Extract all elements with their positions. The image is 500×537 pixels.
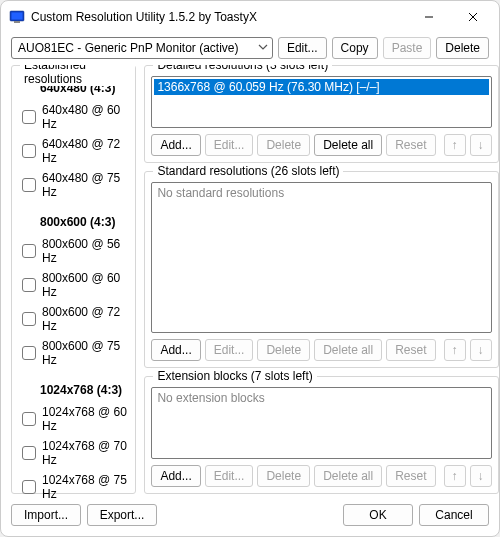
resolution-label: 1024x768 @ 60 Hz: [42, 405, 129, 433]
resolution-label: 640x480 @ 72 Hz: [42, 137, 129, 165]
paste-button[interactable]: Paste: [383, 37, 432, 59]
standard-reset-button[interactable]: Reset: [386, 339, 435, 361]
detailed-list[interactable]: 1366x768 @ 60.059 Hz (76.30 MHz) [–/–]: [151, 76, 491, 128]
resolution-item[interactable]: 640x480 @ 72 Hz: [18, 134, 129, 168]
app-icon: [9, 9, 25, 25]
arrow-down-icon: ↓: [478, 343, 484, 357]
resolution-item[interactable]: 1024x768 @ 60 Hz: [18, 402, 129, 436]
right-panel: Detailed resolutions (3 slots left) 1366…: [144, 65, 498, 494]
standard-delete-button[interactable]: Delete: [257, 339, 310, 361]
extension-toolbar: Add... Edit... Delete Delete all Reset ↑…: [151, 459, 491, 487]
resolution-checkbox[interactable]: [22, 412, 36, 426]
detailed-edit-button[interactable]: Edit...: [205, 134, 254, 156]
chevron-down-icon: [258, 42, 268, 54]
main-body: Established resolutions 640x480 (4:3)640…: [1, 65, 499, 498]
monitor-select[interactable]: AUO81EC - Generic PnP Monitor (active): [11, 37, 273, 59]
resolution-item[interactable]: 1024x768 @ 70 Hz: [18, 436, 129, 470]
resolution-checkbox[interactable]: [22, 278, 36, 292]
delete-monitor-button[interactable]: Delete: [436, 37, 489, 59]
resolution-item[interactable]: 800x600 @ 72 Hz: [18, 302, 129, 336]
window-controls: [407, 3, 495, 31]
extension-list[interactable]: No extension blocks: [151, 387, 491, 459]
detailed-reset-button[interactable]: Reset: [386, 134, 435, 156]
standard-placeholder: No standard resolutions: [157, 186, 284, 200]
resolution-checkbox[interactable]: [22, 110, 36, 124]
resolution-group-header: 800x600 (4:3): [18, 210, 129, 234]
resolution-label: 800x600 @ 56 Hz: [42, 237, 129, 265]
established-panel: Established resolutions 640x480 (4:3)640…: [11, 65, 136, 494]
detailed-delete-all-button[interactable]: Delete all: [314, 134, 382, 156]
resolution-item[interactable]: 640x480 @ 60 Hz: [18, 100, 129, 134]
resolution-label: 1024x768 @ 75 Hz: [42, 473, 129, 498]
extension-title: Extension blocks (7 slots left): [153, 369, 316, 383]
resolution-group-header: 1024x768 (4:3): [18, 378, 129, 402]
standard-section: Standard resolutions (26 slots left) No …: [144, 171, 498, 368]
detailed-title: Detailed resolutions (3 slots left): [153, 65, 332, 72]
extension-section: Extension blocks (7 slots left) No exten…: [144, 376, 498, 494]
resolution-checkbox[interactable]: [22, 346, 36, 360]
standard-list[interactable]: No standard resolutions: [151, 182, 491, 333]
detailed-move-down-button[interactable]: ↓: [470, 134, 492, 156]
extension-delete-all-button[interactable]: Delete all: [314, 465, 382, 487]
extension-delete-button[interactable]: Delete: [257, 465, 310, 487]
svg-rect-2: [14, 21, 20, 23]
extension-placeholder: No extension blocks: [157, 391, 264, 405]
resolution-label: 800x600 @ 75 Hz: [42, 339, 129, 367]
ok-button[interactable]: OK: [343, 504, 413, 526]
resolution-checkbox[interactable]: [22, 312, 36, 326]
arrow-up-icon: ↑: [452, 138, 458, 152]
resolution-item[interactable]: 1024x768 @ 75 Hz: [18, 470, 129, 498]
resolution-checkbox[interactable]: [22, 480, 36, 494]
resolution-label: 800x600 @ 60 Hz: [42, 271, 129, 299]
app-window: Custom Resolution Utility 1.5.2 by Toast…: [0, 0, 500, 537]
resolution-checkbox[interactable]: [22, 244, 36, 258]
svg-rect-1: [12, 13, 23, 20]
arrow-up-icon: ↑: [452, 469, 458, 483]
close-button[interactable]: [451, 3, 495, 31]
detailed-move-up-button[interactable]: ↑: [444, 134, 466, 156]
standard-move-down-button[interactable]: ↓: [470, 339, 492, 361]
standard-toolbar: Add... Edit... Delete Delete all Reset ↑…: [151, 333, 491, 361]
export-button[interactable]: Export...: [87, 504, 157, 526]
resolution-label: 800x600 @ 72 Hz: [42, 305, 129, 333]
extension-move-up-button[interactable]: ↑: [444, 465, 466, 487]
extension-edit-button[interactable]: Edit...: [205, 465, 254, 487]
established-list: 640x480 (4:3)640x480 @ 60 Hz640x480 @ 72…: [18, 76, 129, 498]
detailed-toolbar: Add... Edit... Delete Delete all Reset ↑…: [151, 128, 491, 156]
standard-edit-button[interactable]: Edit...: [205, 339, 254, 361]
resolution-label: 640x480 @ 75 Hz: [42, 171, 129, 199]
resolution-item[interactable]: 800x600 @ 60 Hz: [18, 268, 129, 302]
resolution-label: 640x480 @ 60 Hz: [42, 103, 129, 131]
standard-title: Standard resolutions (26 slots left): [153, 164, 343, 178]
resolution-item[interactable]: 640x480 @ 75 Hz: [18, 168, 129, 202]
established-title: Established resolutions: [20, 65, 135, 86]
resolution-label: 1024x768 @ 70 Hz: [42, 439, 129, 467]
resolution-checkbox[interactable]: [22, 446, 36, 460]
monitor-select-value: AUO81EC - Generic PnP Monitor (active): [18, 41, 239, 55]
footer: Import... Export... OK Cancel: [1, 498, 499, 536]
minimize-button[interactable]: [407, 3, 451, 31]
monitor-toolbar: AUO81EC - Generic PnP Monitor (active) E…: [1, 33, 499, 65]
window-title: Custom Resolution Utility 1.5.2 by Toast…: [31, 10, 401, 24]
arrow-down-icon: ↓: [478, 138, 484, 152]
extension-add-button[interactable]: Add...: [151, 465, 200, 487]
detailed-item[interactable]: 1366x768 @ 60.059 Hz (76.30 MHz) [–/–]: [154, 79, 488, 95]
extension-reset-button[interactable]: Reset: [386, 465, 435, 487]
extension-move-down-button[interactable]: ↓: [470, 465, 492, 487]
standard-add-button[interactable]: Add...: [151, 339, 200, 361]
detailed-section: Detailed resolutions (3 slots left) 1366…: [144, 65, 498, 163]
import-button[interactable]: Import...: [11, 504, 81, 526]
edit-monitor-button[interactable]: Edit...: [278, 37, 327, 59]
cancel-button[interactable]: Cancel: [419, 504, 489, 526]
resolution-item[interactable]: 800x600 @ 75 Hz: [18, 336, 129, 370]
resolution-item[interactable]: 800x600 @ 56 Hz: [18, 234, 129, 268]
detailed-add-button[interactable]: Add...: [151, 134, 200, 156]
arrow-up-icon: ↑: [452, 343, 458, 357]
standard-delete-all-button[interactable]: Delete all: [314, 339, 382, 361]
copy-button[interactable]: Copy: [332, 37, 378, 59]
standard-move-up-button[interactable]: ↑: [444, 339, 466, 361]
detailed-delete-button[interactable]: Delete: [257, 134, 310, 156]
titlebar: Custom Resolution Utility 1.5.2 by Toast…: [1, 1, 499, 33]
resolution-checkbox[interactable]: [22, 144, 36, 158]
resolution-checkbox[interactable]: [22, 178, 36, 192]
